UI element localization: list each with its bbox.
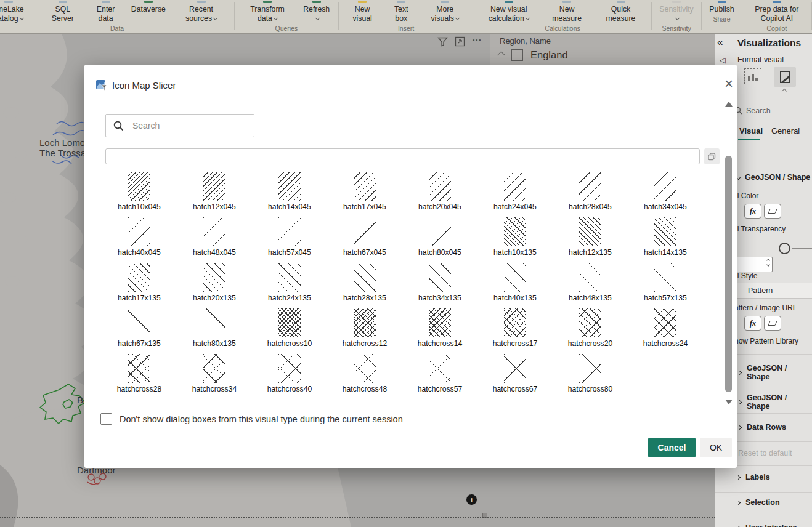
pattern-item-hatch28x045[interactable]: hatch28x045 — [553, 168, 628, 214]
ribbon-button-enter-data[interactable]: Enter data — [85, 1, 126, 23]
pattern-item-hatchcross24[interactable]: hatchcross24 — [628, 305, 703, 350]
pattern-item-hatch24x135[interactable]: hatch24x135 — [252, 259, 327, 305]
tab-visual[interactable]: Visual — [739, 126, 763, 135]
pattern-item-hatch17x135[interactable]: hatch17x135 — [102, 259, 177, 305]
section-labels[interactable]: Labels — [737, 473, 770, 481]
fill-color-reset-button[interactable] — [764, 204, 781, 219]
pattern-item-hatch20x135[interactable]: hatch20x135 — [177, 259, 252, 305]
build-visual-icon[interactable] — [744, 68, 761, 84]
tab-general[interactable]: General — [771, 126, 800, 135]
pattern-item-hatch17x045[interactable]: hatch17x045 — [327, 168, 402, 214]
transparency-slider-handle[interactable] — [779, 243, 790, 254]
pattern-item-hatch40x045[interactable]: hatch40x045 — [102, 214, 177, 259]
pattern-item-hatch34x135[interactable]: hatch34x135 — [402, 259, 477, 305]
reset-to-default-button[interactable]: Reset to default — [738, 449, 792, 457]
ribbon-button-onelake-catalog[interactable]: OneLake catalog — [0, 1, 40, 23]
pattern-item-hatchcross67[interactable]: hatchcross67 — [477, 350, 553, 396]
info-icon[interactable]: i — [466, 494, 477, 505]
pattern-item-hatch40x135[interactable]: hatch40x135 — [477, 259, 553, 305]
pattern-item-hatch48x045[interactable]: hatch48x045 — [177, 214, 252, 259]
ribbon-button-dataverse[interactable]: Dataverse — [126, 1, 171, 14]
pattern-item-hatchcross20[interactable]: hatchcross20 — [553, 305, 628, 350]
pattern-item-hatchcross57[interactable]: hatchcross57 — [402, 350, 477, 396]
pattern-url-reset-button[interactable] — [764, 316, 781, 331]
dialog-search-input[interactable] — [131, 120, 236, 131]
ribbon-button-more-visuals[interactable]: More visuals — [419, 1, 471, 23]
pattern-item-hatch14x045[interactable]: hatch14x045 — [252, 168, 327, 214]
scroll-down-icon[interactable] — [725, 400, 733, 404]
cancel-button[interactable]: Cancel — [648, 438, 696, 457]
pattern-item-hatch28x135[interactable]: hatch28x135 — [327, 259, 402, 305]
ribbon-button-quick-measure[interactable]: Quick measure — [593, 1, 649, 23]
pattern-item-hatchcross17[interactable]: hatchcross17 — [477, 305, 553, 350]
pattern-item-hatch20x045[interactable]: hatch20x045 — [402, 168, 477, 214]
pattern-url-fx-button[interactable]: fx — [744, 316, 761, 331]
filter-icon[interactable] — [437, 36, 448, 47]
feedback-icon[interactable]: ◁ — [720, 55, 726, 65]
ribbon-item-label: Quick measure — [598, 5, 644, 23]
pattern-swatch — [203, 354, 225, 383]
fill-color-fx-button[interactable]: fx — [744, 204, 761, 219]
pattern-item-hatch57x135[interactable]: hatch57x135 — [628, 259, 703, 305]
pattern-item-hatch67x135[interactable]: hatch67x135 — [102, 305, 177, 350]
more-options-icon[interactable]: ⋯ — [472, 36, 482, 47]
ribbon-button-recent-sources[interactable]: Recent sources — [171, 1, 232, 23]
pattern-item-hatch48x135[interactable]: hatch48x135 — [553, 259, 628, 305]
pattern-item-hatchcross12[interactable]: hatchcross12 — [327, 305, 402, 350]
pattern-item-hatch12x045[interactable]: hatch12x045 — [177, 168, 252, 214]
format-visual-tab[interactable] — [774, 67, 796, 87]
pattern-item-hatchcross10[interactable]: hatchcross10 — [252, 305, 327, 350]
pattern-item-hatch24x045[interactable]: hatch24x045 — [477, 168, 553, 214]
pane-search-box[interactable]: Search — [732, 103, 812, 118]
pattern-item-hatch10x045[interactable]: hatch10x045 — [102, 168, 177, 214]
section-geojson-3[interactable]: GeoJSON / Shape — [738, 393, 812, 411]
pattern-item-hatchcross40[interactable]: hatchcross40 — [252, 350, 327, 396]
scrollbar-thumb[interactable] — [725, 156, 732, 392]
pattern-item-hatch12x135[interactable]: hatch12x135 — [553, 214, 628, 259]
pattern-item-hatch67x045[interactable]: hatch67x045 — [327, 214, 402, 259]
ok-button[interactable]: OK — [700, 438, 732, 457]
transparency-slider-track[interactable] — [792, 248, 812, 249]
pattern-item-hatch80x135[interactable]: hatch80x135 — [177, 305, 252, 350]
spinner-icons[interactable] — [767, 259, 769, 266]
pattern-item-hatch34x045[interactable]: hatch34x045 — [628, 168, 703, 214]
pattern-item-hatch14x135[interactable]: hatch14x135 — [628, 214, 703, 259]
ribbon-button-transform-data[interactable]: Transform data — [237, 1, 298, 23]
ribbon-button-new-visual[interactable]: New visual — [341, 1, 384, 23]
close-icon[interactable]: × — [725, 78, 733, 90]
ribbon-button-publish[interactable]: Publish — [704, 1, 739, 14]
focus-mode-icon[interactable] — [455, 36, 465, 47]
ribbon-button-new-measure[interactable]: New measure — [541, 1, 593, 23]
ribbon-button-prep-data-for-copilot-ai[interactable]: Prep data for Copilot AI — [745, 1, 810, 23]
pattern-item-hatch57x045[interactable]: hatch57x045 — [252, 214, 327, 259]
slicer-checkbox[interactable] — [511, 49, 523, 61]
dialog-search-box[interactable] — [105, 114, 254, 137]
section-data-rows[interactable]: Data Rows — [738, 423, 786, 432]
section-geojson-expanded[interactable]: GeoJSON / Shape — [737, 173, 810, 182]
pattern-url-input[interactable] — [105, 148, 700, 164]
ribbon-button-sql-server[interactable]: SQL Server — [40, 1, 85, 23]
pattern-item-hatchcross14[interactable]: hatchcross14 — [402, 305, 477, 350]
section-user-interface[interactable]: User Interface — [737, 523, 797, 527]
section-geojson-2[interactable]: GeoJSON / Shape — [738, 364, 812, 381]
pattern-item-hatchcross48[interactable]: hatchcross48 — [327, 350, 402, 396]
section-selection[interactable]: Selection — [737, 498, 780, 507]
pattern-item-hatchcross80[interactable]: hatchcross80 — [553, 350, 628, 396]
pattern-item-hatchcross34[interactable]: hatchcross34 — [177, 350, 252, 396]
pattern-swatch — [654, 217, 676, 246]
collapse-pane-icon[interactable]: « — [717, 36, 723, 49]
slicer-item-label[interactable]: England — [530, 49, 568, 61]
collapse-chevron-icon[interactable] — [497, 51, 505, 59]
ribbon-button-refresh[interactable]: Refresh — [298, 1, 336, 23]
scroll-up-icon[interactable] — [725, 102, 733, 107]
ribbon-button-text-box[interactable]: Text box — [384, 1, 419, 23]
pattern-item-hatch80x045[interactable]: hatch80x045 — [402, 214, 477, 259]
ribbon-button-new-visual-calculation[interactable]: New visual calculation — [477, 1, 541, 23]
pattern-item-hatchcross28[interactable]: hatchcross28 — [102, 350, 177, 396]
show-pattern-library-label[interactable]: Show Pattern Library — [729, 337, 798, 345]
copy-button[interactable] — [704, 148, 720, 164]
pattern-item-hatch10x135[interactable]: hatch10x135 — [477, 214, 553, 259]
dont-show-checkbox[interactable] — [100, 413, 112, 425]
slicer-visual[interactable]: Region, Name England — [490, 34, 715, 65]
dont-show-label: Don't show dialog boxes from this visual… — [120, 414, 403, 424]
